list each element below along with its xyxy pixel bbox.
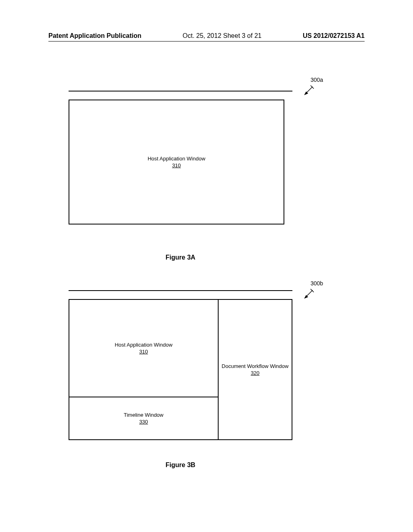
callout-300b-label: 300b [311,280,323,287]
callout-arrow-icon [302,288,315,300]
figure-3b-layout: Host Application Window 310 Timeline Win… [69,299,292,440]
host-title-3b: Host Application Window [115,342,172,348]
host-title-3a: Host Application Window [148,156,205,162]
figure-3b-screen: Host Application Window 310 Timeline Win… [69,290,292,439]
timeline-window: Timeline Window 330 [69,397,219,439]
host-application-window-3a: Host Application Window 310 [69,100,284,224]
figure-3b-left-column: Host Application Window 310 Timeline Win… [69,300,219,439]
host-application-window-3b: Host Application Window 310 [69,300,219,397]
patent-header: Patent Application Publication Oct. 25, … [48,32,365,42]
document-workflow-window: Document Workflow Window 320 [219,300,292,439]
figure-3b-caption: Figure 3B [69,461,292,469]
timeline-ref: 330 [139,419,148,425]
timeline-title: Timeline Window [124,412,164,418]
workflow-title: Document Workflow Window [222,363,289,369]
header-date-sheet: Oct. 25, 2012 Sheet 3 of 21 [183,32,262,39]
host-ref-3b: 310 [139,349,148,355]
figure-3a-caption: Figure 3A [69,254,292,261]
callout-300a-label: 300a [311,77,323,83]
host-ref-3a: 310 [172,162,181,168]
header-publication: Patent Application Publication [48,32,142,39]
callout-arrow-icon [302,85,315,97]
figure-3a-screen: Host Application Window 310 [69,91,292,224]
workflow-ref: 320 [251,370,260,376]
header-publication-number: US 2012/0272153 A1 [303,32,365,39]
